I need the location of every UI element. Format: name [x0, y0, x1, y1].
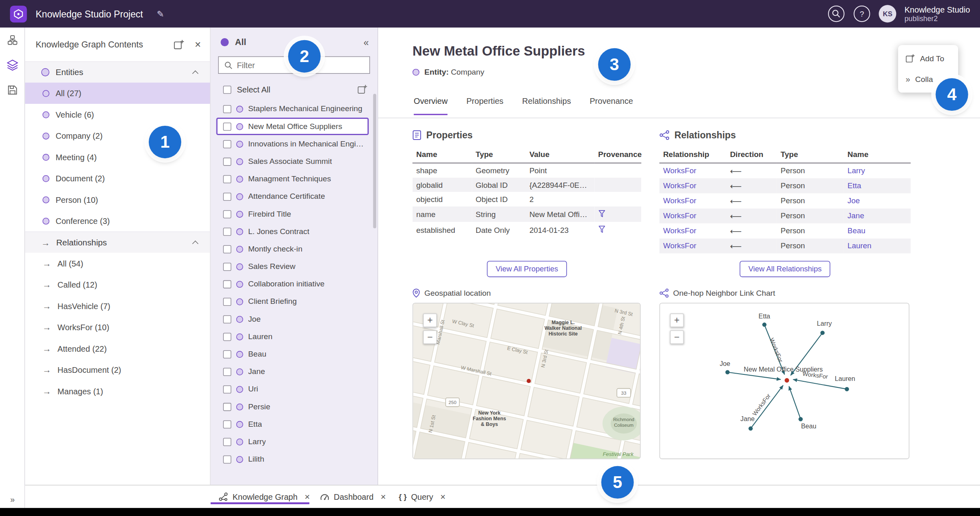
person-nodes[interactable]	[725, 322, 849, 430]
tab-properties[interactable]: Properties	[466, 96, 503, 115]
select-all-checkbox[interactable]	[223, 85, 231, 93]
map-canvas[interactable]: W Clay St E Clay St W Marshall St Marsha…	[413, 303, 640, 459]
item-checkbox[interactable]	[223, 228, 231, 236]
list-item[interactable]: Sales Review	[216, 258, 369, 275]
item-checkbox[interactable]	[223, 280, 231, 288]
list-item[interactable]: Jane	[216, 363, 369, 380]
relationship-link[interactable]: WorksFor	[659, 239, 726, 254]
layers-icon[interactable]	[0, 53, 25, 78]
relationship-link[interactable]: WorksFor	[659, 209, 726, 224]
item-checkbox[interactable]	[223, 455, 231, 463]
entity-filter-document[interactable]: Document (2)	[25, 168, 210, 189]
list-item[interactable]: Lilith	[216, 450, 369, 468]
zoom-out-button[interactable]: −	[670, 330, 684, 344]
rel-filter-all[interactable]: →All (54)	[25, 253, 210, 274]
rel-filter-manages[interactable]: →Manages (1)	[25, 381, 210, 402]
list-item[interactable]: Collaboration initiative	[216, 275, 369, 293]
list-item[interactable]: Joe	[216, 310, 369, 328]
item-checkbox[interactable]	[223, 105, 231, 113]
edit-title-icon[interactable]: ✎	[157, 9, 164, 19]
entity-filter-all[interactable]: All (27)	[25, 83, 210, 104]
relationship-link[interactable]: WorksFor	[659, 194, 726, 209]
tab-query[interactable]: { } Query ✕	[399, 488, 446, 505]
item-checkbox[interactable]	[223, 297, 231, 305]
relationship-link[interactable]: WorksFor	[659, 163, 726, 178]
list-item[interactable]: Montly check-in	[216, 240, 369, 258]
item-checkbox[interactable]	[223, 315, 231, 323]
item-checkbox[interactable]	[223, 157, 231, 166]
add-selection-icon[interactable]	[357, 84, 368, 95]
relationships-section-header[interactable]: → Relationships	[25, 232, 210, 253]
item-checkbox[interactable]	[223, 122, 231, 130]
item-checkbox[interactable]	[223, 368, 231, 376]
item-checkbox[interactable]	[223, 192, 231, 200]
entity-filter-vehicle[interactable]: Vehicle (6)	[25, 104, 210, 125]
view-all-properties-button[interactable]: View All Properties	[487, 261, 567, 277]
rel-filter-called[interactable]: →Called (12)	[25, 274, 210, 295]
relationship-link[interactable]: WorksFor	[659, 178, 726, 193]
item-checkbox[interactable]	[223, 333, 231, 341]
entity-filter-company[interactable]: Company (2)	[25, 125, 210, 146]
item-checkbox[interactable]	[223, 420, 231, 428]
item-checkbox[interactable]	[223, 245, 231, 253]
rel-filter-hasdocument[interactable]: →HasDocument (2)	[25, 359, 210, 380]
list-item[interactable]: Firebird Title	[216, 205, 369, 223]
list-item[interactable]: Persie	[216, 398, 369, 415]
list-item[interactable]: Beau	[216, 345, 369, 363]
list-item[interactable]: Larry	[216, 433, 369, 450]
add-to-button[interactable]: Add To	[898, 48, 958, 69]
expand-rail-icon[interactable]: »	[0, 495, 25, 504]
entity-link[interactable]: Larry	[844, 163, 911, 178]
close-panel-icon[interactable]: ✕	[195, 40, 201, 49]
item-checkbox[interactable]	[223, 402, 231, 411]
list-item[interactable]: Lauren	[216, 328, 369, 345]
item-checkbox[interactable]	[223, 438, 231, 446]
center-node[interactable]	[785, 378, 789, 383]
close-tab-icon[interactable]: ✕	[381, 492, 386, 501]
provenance-icon[interactable]	[598, 225, 606, 233]
zoom-in-button[interactable]: +	[423, 314, 437, 327]
rel-filter-worksfor[interactable]: →WorksFor (10)	[25, 316, 210, 338]
entity-link[interactable]: Lauren	[844, 239, 911, 254]
item-checkbox[interactable]	[223, 350, 231, 358]
item-checkbox[interactable]	[223, 385, 231, 393]
collapse-panel-icon[interactable]: «	[364, 37, 369, 47]
help-icon[interactable]: ?	[853, 5, 871, 22]
item-checkbox[interactable]	[223, 210, 231, 218]
tab-overview[interactable]: Overview	[414, 96, 448, 115]
view-all-relationships-button[interactable]: View All Relationships	[740, 261, 830, 277]
app-logo-icon[interactable]	[10, 5, 27, 22]
list-item[interactable]: Etta	[216, 415, 369, 433]
entity-link[interactable]: Jane	[844, 209, 911, 224]
list-item[interactable]: Sales Associate Summit	[216, 153, 369, 170]
list-item[interactable]: Innovations in Mechanical Engin...	[216, 135, 369, 153]
link-chart-canvas[interactable]: Etta Larry Joe Lauren Jane Beau New Meta…	[660, 303, 909, 459]
item-checkbox[interactable]	[223, 262, 231, 271]
entities-section-header[interactable]: Entities	[25, 61, 210, 82]
zoom-in-button[interactable]: +	[670, 314, 684, 327]
list-item-selected[interactable]: New Metal Office Suppliers	[216, 118, 369, 135]
rel-filter-hasvehicle[interactable]: →HasVehicle (7)	[25, 295, 210, 316]
item-checkbox[interactable]	[223, 140, 231, 148]
entity-link[interactable]: Beau	[844, 224, 911, 239]
geospatial-map[interactable]: W Clay St E Clay St W Marshall St Marsha…	[413, 303, 641, 459]
rel-filter-attended[interactable]: →Attended (22)	[25, 338, 210, 359]
entity-link[interactable]: Joe	[844, 194, 911, 209]
user-avatar[interactable]: KS	[879, 5, 896, 22]
list-item[interactable]: Managment Techniques	[216, 170, 369, 187]
save-icon[interactable]	[0, 77, 25, 103]
tab-relationships[interactable]: Relationships	[522, 96, 571, 115]
entity-filter-meeting[interactable]: Meeting (4)	[25, 146, 210, 168]
relationship-link[interactable]: WorksFor	[659, 224, 726, 239]
close-tab-icon[interactable]: ✕	[304, 492, 310, 501]
list-item[interactable]: Attendance Certificate	[216, 188, 369, 205]
tab-dashboard[interactable]: Dashboard ✕	[320, 488, 386, 505]
item-checkbox[interactable]	[223, 175, 231, 183]
tab-provenance[interactable]: Provenance	[590, 96, 633, 115]
provenance-icon[interactable]	[598, 209, 606, 217]
user-info[interactable]: Knowledge Studio publisher2	[905, 5, 970, 22]
close-tab-icon[interactable]: ✕	[440, 492, 446, 501]
list-item[interactable]: Staplers Mechanical Engineering	[216, 100, 369, 118]
zoom-out-button[interactable]: −	[423, 330, 437, 344]
link-chart[interactable]: Etta Larry Joe Lauren Jane Beau New Meta…	[659, 303, 909, 459]
